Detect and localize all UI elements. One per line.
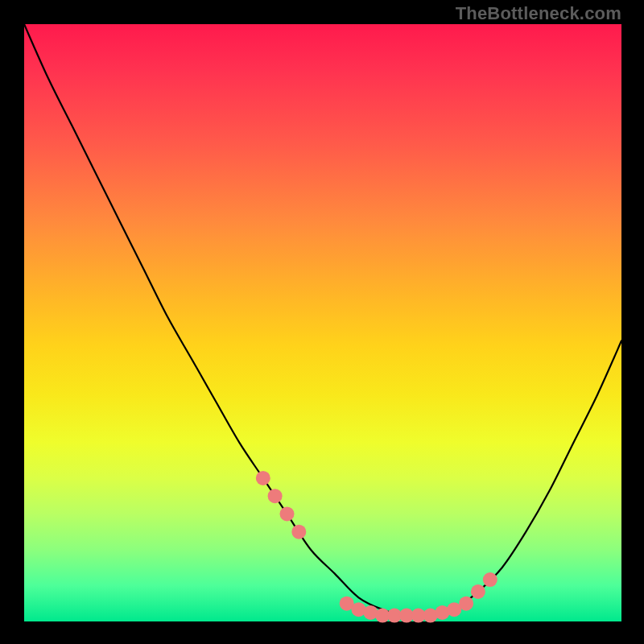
watermark-label: TheBottleneck.com	[456, 3, 621, 24]
marker-dot	[483, 572, 497, 587]
marker-dot	[280, 506, 295, 521]
chart-container: TheBottleneck.com	[0, 0, 644, 644]
marker-dot	[291, 525, 306, 539]
highlighted-points	[256, 471, 497, 623]
chart-overlay	[24, 24, 621, 621]
marker-dot	[256, 471, 270, 485]
marker-dot	[268, 489, 283, 503]
marker-dot	[459, 597, 473, 611]
bottleneck-curve	[24, 24, 621, 617]
marker-dot	[471, 584, 485, 599]
